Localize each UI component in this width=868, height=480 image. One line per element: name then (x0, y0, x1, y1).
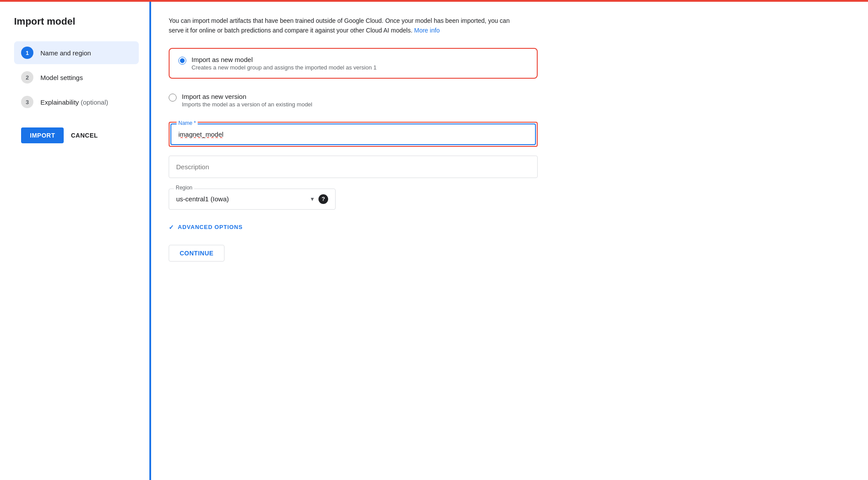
step-label-1: Name and region (40, 49, 91, 57)
name-input[interactable] (171, 124, 535, 144)
step-label-3: Explainability (optional) (40, 98, 108, 106)
advanced-options-label: ADVANCED OPTIONS (178, 224, 243, 230)
radio-new-version-input[interactable] (169, 94, 177, 102)
step-label-2: Model settings (40, 74, 83, 81)
step-circle-3: 3 (21, 96, 33, 108)
region-chevron-icon: ▼ (310, 196, 315, 202)
step-item-2[interactable]: 2 Model settings (14, 66, 139, 89)
sidebar-actions: IMPORT CANCEL (14, 127, 139, 143)
radio-new-model-input[interactable] (178, 57, 186, 65)
name-field-container: Name * (169, 122, 538, 147)
radio-new-version-title: Import as new version (182, 93, 312, 100)
advanced-chevron-icon: ✓ (169, 224, 174, 231)
radio-new-version-text: Import as new version Imports the model … (182, 93, 312, 108)
cancel-button[interactable]: CANCEL (71, 132, 98, 139)
radio-option-new-version[interactable]: Import as new version Imports the model … (169, 86, 538, 115)
import-button[interactable]: IMPORT (21, 127, 64, 143)
region-select[interactable]: us-central1 (Iowa) us-east1 europe-west1… (176, 195, 310, 203)
region-label: Region (174, 185, 194, 191)
radio-new-model-subtitle: Creates a new model group and assigns th… (192, 64, 376, 71)
name-field-label: Name * (177, 120, 198, 126)
step-circle-1: 1 (21, 47, 33, 59)
name-field-blue-border: Name * (170, 124, 536, 145)
step-circle-2: 2 (21, 71, 33, 84)
advanced-options-toggle[interactable]: ✓ ADVANCED OPTIONS (169, 224, 850, 231)
sidebar: Import model 1 Name and region 2 Model s… (0, 2, 149, 480)
description-field-wrapper (169, 156, 538, 178)
name-field-red-border: Name * (169, 122, 538, 147)
radio-new-version-subtitle: Imports the model as a version of an exi… (182, 101, 312, 108)
description-input[interactable] (169, 156, 537, 178)
main-content: You can import model artifacts that have… (151, 2, 868, 480)
radio-new-model-title: Import as new model (192, 56, 376, 63)
radio-new-model-text: Import as new model Creates a new model … (192, 56, 376, 71)
step-item-3[interactable]: 3 Explainability (optional) (14, 91, 139, 113)
more-info-link[interactable]: More info (414, 27, 440, 34)
radio-option-new-model[interactable]: Import as new model Creates a new model … (169, 48, 538, 79)
step-item-1[interactable]: 1 Name and region (14, 41, 139, 64)
intro-text: You can import model artifacts that have… (169, 16, 511, 36)
region-field-wrapper: Region us-central1 (Iowa) us-east1 europ… (169, 189, 336, 210)
region-help-icon[interactable]: ? (318, 194, 328, 204)
continue-button[interactable]: CONTINUE (169, 245, 224, 262)
page-title: Import model (14, 16, 139, 27)
region-select-box: us-central1 (Iowa) us-east1 europe-west1… (169, 189, 336, 210)
